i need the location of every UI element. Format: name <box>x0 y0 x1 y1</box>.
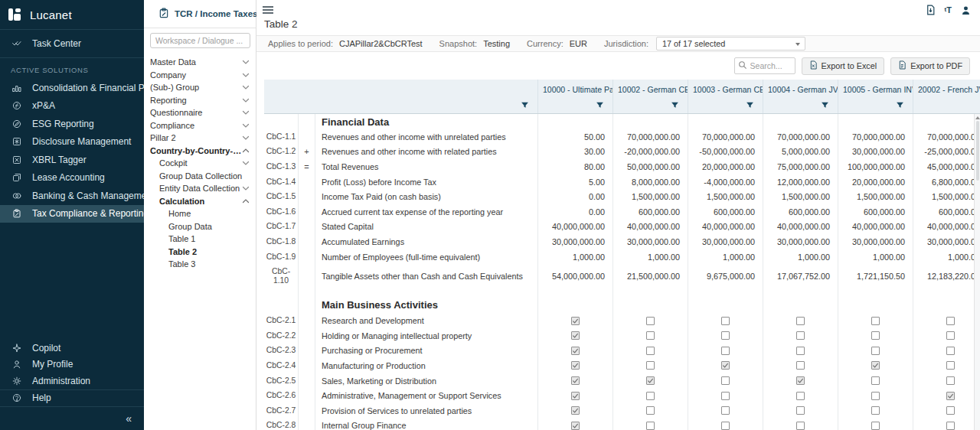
checkbox-unchecked[interactable] <box>796 331 805 340</box>
filter-icon[interactable] <box>521 99 529 112</box>
checkbox-unchecked[interactable] <box>871 331 880 340</box>
checkbox-unchecked[interactable] <box>871 376 880 385</box>
sidebar-item-help[interactable]: Help <box>0 390 144 407</box>
checkbox-unchecked[interactable] <box>946 347 955 355</box>
tree-item-compliance[interactable]: Compliance <box>144 119 256 132</box>
sidebar-item-consolidation-financial-planning[interactable]: Consolidation & Financial Planning <box>0 79 144 97</box>
workspace-selector[interactable]: TCR / Income Taxes <box>144 0 256 28</box>
sidebar-item-lease-accounting[interactable]: Lease Accounting <box>0 169 144 187</box>
checkbox-checked[interactable] <box>571 347 580 355</box>
checkbox-checked[interactable] <box>796 376 805 385</box>
sidebar-item-banking-cash-management[interactable]: Banking & Cash Management <box>0 187 144 205</box>
tree-item-sub-group[interactable]: (Sub-) Group <box>144 81 256 94</box>
checkbox-checked[interactable] <box>571 376 580 385</box>
tree-item-entity-data-collection[interactable]: Entity Data Collection <box>144 182 256 195</box>
checkbox-unchecked[interactable] <box>646 331 655 340</box>
checkbox-unchecked[interactable] <box>721 392 730 400</box>
tree-item-table-1[interactable]: Table 1 <box>144 233 256 246</box>
collapse-sidebar-button[interactable]: « <box>0 407 144 430</box>
export-to-pdf-button[interactable]: Export to PDF <box>890 57 970 75</box>
menu-icon[interactable] <box>263 5 273 16</box>
filter-icon[interactable] <box>821 99 829 112</box>
checkbox-unchecked[interactable] <box>721 376 730 385</box>
checkbox-unchecked[interactable] <box>796 422 805 430</box>
export-to-excel-button[interactable]: Export to Excel <box>802 57 885 75</box>
checkbox-unchecked[interactable] <box>946 376 955 385</box>
checkbox-unchecked[interactable] <box>646 422 655 430</box>
scroll-up-arrow-icon[interactable] <box>975 116 980 119</box>
checkbox-unchecked[interactable] <box>721 422 730 430</box>
checkbox-unchecked[interactable] <box>796 347 805 355</box>
tree-item-calculation[interactable]: Calculation <box>144 195 256 208</box>
checkbox-unchecked[interactable] <box>946 422 955 430</box>
checkbox-unchecked[interactable] <box>796 317 805 325</box>
sidebar-item-esg-reporting[interactable]: ESG Reporting <box>0 115 144 133</box>
user-icon[interactable] <box>961 5 971 15</box>
tree-item-cockpit[interactable]: Cockpit <box>144 157 256 170</box>
checkbox-checked[interactable] <box>571 331 580 340</box>
tree-item-table-2[interactable]: Table 2 <box>144 246 256 259</box>
checkbox-unchecked[interactable] <box>796 361 805 370</box>
export-report-icon[interactable] <box>926 5 936 15</box>
sidebar-item-task-center[interactable]: Task Center <box>0 32 144 55</box>
filter-icon[interactable] <box>746 99 754 112</box>
tree-item-table-3[interactable]: Table 3 <box>144 258 256 271</box>
table-search-input[interactable] <box>750 61 795 70</box>
sidebar-item-disclosure-management[interactable]: Disclosure Management <box>0 133 144 151</box>
tree-item-company[interactable]: Company <box>144 69 256 82</box>
checkbox-unchecked[interactable] <box>721 406 730 415</box>
column-header-label[interactable]: 10002 - German CE 1 <box>613 80 688 98</box>
scrollbar-thumb[interactable] <box>976 121 979 181</box>
sidebar-item-administration[interactable]: Administration <box>0 373 144 389</box>
checkbox-checked[interactable] <box>721 361 730 370</box>
checkbox-unchecked[interactable] <box>946 361 955 370</box>
vertical-scrollbar[interactable] <box>974 114 980 430</box>
checkbox-unchecked[interactable] <box>646 347 655 355</box>
checkbox-unchecked[interactable] <box>646 392 655 400</box>
checkbox-unchecked[interactable] <box>871 392 880 400</box>
filter-icon[interactable] <box>896 99 904 112</box>
tree-item-pillar-2[interactable]: Pillar 2 <box>144 132 256 145</box>
checkbox-unchecked[interactable] <box>721 347 730 355</box>
sidebar-item-copilot[interactable]: Copilot <box>0 340 144 357</box>
checkbox-unchecked[interactable] <box>946 406 955 415</box>
tree-item-master-data[interactable]: Master Data <box>144 56 256 69</box>
checkbox-unchecked[interactable] <box>796 406 805 415</box>
checkbox-unchecked[interactable] <box>871 317 880 325</box>
checkbox-checked[interactable] <box>571 361 580 370</box>
checkbox-unchecked[interactable] <box>646 317 655 325</box>
sidebar-item-tax-compliance-reporting[interactable]: Tax Compliance & Reporting <box>0 205 144 223</box>
checkbox-checked[interactable] <box>571 422 580 430</box>
checkbox-unchecked[interactable] <box>871 406 880 415</box>
tree-item-home[interactable]: Home <box>144 207 256 220</box>
checkbox-unchecked[interactable] <box>721 331 730 340</box>
text-size-icon[interactable]: tT <box>945 6 952 15</box>
checkbox-checked[interactable] <box>646 376 655 385</box>
tree-item-group-data[interactable]: Group Data <box>144 220 256 233</box>
column-header-label[interactable]: 10004 - German JV Par... <box>763 80 838 98</box>
checkbox-checked[interactable] <box>571 406 580 415</box>
checkbox-checked[interactable] <box>871 361 880 370</box>
checkbox-unchecked[interactable] <box>796 392 805 400</box>
filter-icon[interactable] <box>671 99 679 112</box>
checkbox-unchecked[interactable] <box>946 331 955 340</box>
workspace-dialogue-search-input[interactable] <box>150 33 250 48</box>
checkbox-checked[interactable] <box>946 392 955 400</box>
column-header-label[interactable]: 10003 - German CE 2 <box>688 80 763 98</box>
checkbox-unchecked[interactable] <box>721 317 730 325</box>
sidebar-item-xbrl-tagger[interactable]: XBRL Tagger <box>0 151 144 169</box>
filter-icon[interactable] <box>596 99 604 112</box>
column-header-label[interactable]: 10000 - Ultimate Parent ... <box>538 80 612 98</box>
column-header-label[interactable]: 10005 - German INV <box>838 80 913 98</box>
tree-item-questionnaire[interactable]: Questionnaire <box>144 106 256 119</box>
jurisdiction-select[interactable]: 17 of 17 selected <box>656 37 805 50</box>
tree-item-reporting[interactable]: Reporting <box>144 94 256 107</box>
sidebar-item-xp-a[interactable]: xP&A <box>0 97 144 116</box>
checkbox-unchecked[interactable] <box>946 317 955 325</box>
checkbox-checked[interactable] <box>571 392 580 400</box>
sidebar-item-my-profile[interactable]: My Profile <box>0 357 144 373</box>
checkbox-unchecked[interactable] <box>646 406 655 415</box>
checkbox-unchecked[interactable] <box>871 422 880 430</box>
checkbox-checked[interactable] <box>571 317 580 325</box>
checkbox-unchecked[interactable] <box>871 347 880 355</box>
